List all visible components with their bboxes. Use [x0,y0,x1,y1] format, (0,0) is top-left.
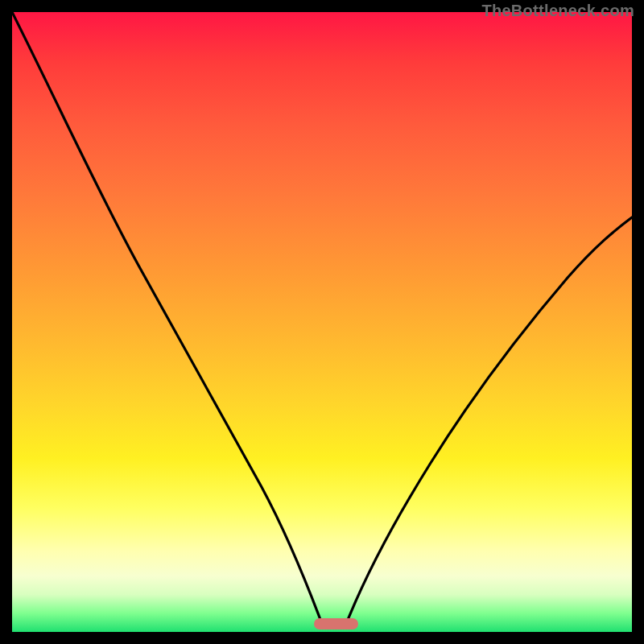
watermark-text: TheBottleneck.com [481,2,634,20]
bottleneck-curve [12,12,632,632]
valley-marker [314,618,358,630]
chart-frame: TheBottleneck.com [0,0,644,644]
curve-right-branch [346,217,632,624]
curve-left-branch [12,12,322,624]
plot-area [12,12,632,632]
